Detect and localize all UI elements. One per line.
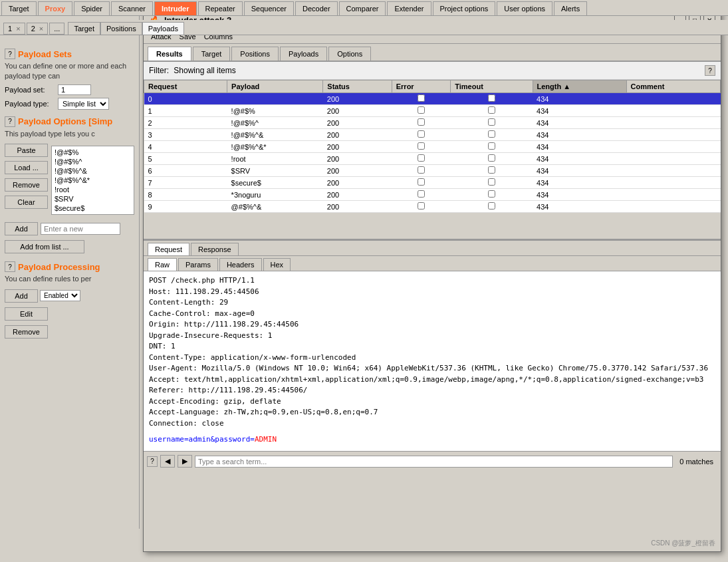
cell-length: 434	[533, 165, 626, 177]
cell-comment	[626, 129, 720, 141]
cell-comment	[626, 189, 720, 201]
table-row[interactable]: 7 $secure$ 200 434	[144, 177, 721, 189]
filter-label: Filter:	[149, 66, 169, 75]
table-row[interactable]: 5 !root 200 434	[144, 153, 721, 165]
payload-type-select[interactable]: Simple list	[58, 98, 109, 110]
payload-sets-help-icon[interactable]: ?	[5, 49, 15, 59]
col-payload[interactable]: Payload	[227, 80, 323, 93]
load-button[interactable]: Load ...	[5, 161, 48, 174]
clear-button[interactable]: Clear	[5, 196, 48, 209]
payload-options-help-icon[interactable]: ?	[5, 116, 15, 127]
table-row[interactable]: 0 200 434	[144, 93, 721, 105]
col-request[interactable]: Request	[144, 80, 227, 93]
left-panel: Target Proxy Spider Scanner Intruder Rep…	[0, 0, 140, 529]
tab-num-2[interactable]: 2 ×	[27, 23, 49, 35]
payload-set-input[interactable]	[58, 84, 91, 95]
table-row[interactable]: 4 !@#$%^&* 200 434	[144, 141, 721, 153]
processing-add-button[interactable]: Add	[5, 289, 38, 303]
cell-timeout[interactable]	[451, 189, 533, 201]
cell-error[interactable]	[392, 141, 451, 153]
tab-num-more[interactable]: ...	[49, 23, 64, 35]
table-row[interactable]: 3 !@#$%^& 200 434	[144, 129, 721, 141]
list-item: !@#$%^	[53, 157, 132, 166]
add-button[interactable]: Add	[5, 222, 38, 235]
cell-payload: @#$%^&	[227, 201, 323, 213]
sub-tab-target[interactable]: Target	[68, 22, 100, 35]
table-row[interactable]: 9 @#$%^& 200 434	[144, 201, 721, 213]
cell-error[interactable]	[392, 153, 451, 165]
cell-error[interactable]	[392, 165, 451, 177]
subtab-hex[interactable]: Hex	[263, 258, 291, 271]
table-row[interactable]: 6 $SRV 200 434	[144, 165, 721, 177]
cell-payload: $secure$	[227, 177, 323, 189]
cell-error[interactable]	[392, 129, 451, 141]
cell-error[interactable]	[392, 201, 451, 213]
tab-target[interactable]: Target	[1, 1, 37, 15]
bottom-section: Request Response Raw Params Headers Hex …	[144, 239, 721, 471]
tab-response[interactable]: Response	[191, 243, 239, 255]
cell-timeout[interactable]	[451, 153, 533, 165]
cell-timeout[interactable]	[451, 93, 533, 105]
modal-tab-results[interactable]: Results	[148, 47, 191, 61]
subtab-raw[interactable]: Raw	[148, 258, 177, 271]
cell-error[interactable]	[392, 117, 451, 129]
results-table-scroll[interactable]: Request Payload Status Error Timeout Len…	[144, 80, 721, 239]
request-content: POST /check.php HTTP/1.1Host: 111.198.29…	[144, 271, 721, 451]
subtab-params[interactable]: Params	[178, 258, 218, 271]
cell-timeout[interactable]	[451, 177, 533, 189]
watermark: CSDN @菠萝_橙留香	[651, 539, 715, 548]
table-row[interactable]: 2 !@#$%^ 200 434	[144, 117, 721, 129]
modal-tab-positions[interactable]: Positions	[231, 47, 279, 61]
processing-remove-button[interactable]: Remove	[5, 325, 48, 339]
payload-set-label: Payload set:	[5, 86, 55, 94]
col-status[interactable]: Status	[323, 80, 392, 93]
cell-error[interactable]	[392, 93, 451, 105]
request-line: Accept-Encoding: gzip, deflate	[149, 396, 715, 408]
close-tab-2-icon[interactable]: ×	[39, 25, 43, 33]
payload-processing-help-icon[interactable]: ?	[5, 261, 15, 272]
cell-error[interactable]	[392, 177, 451, 189]
cell-request: 5	[144, 153, 227, 165]
prev-button[interactable]: ◀	[160, 455, 175, 468]
paste-button[interactable]: Paste	[5, 144, 48, 157]
remove-button[interactable]: Remove	[5, 178, 48, 192]
cell-error[interactable]	[392, 189, 451, 201]
cell-request: 4	[144, 141, 227, 153]
processing-edit-button[interactable]: Edit	[5, 307, 48, 321]
tab-spider[interactable]: Spider	[74, 1, 110, 15]
search-input[interactable]	[195, 456, 673, 468]
subtab-headers[interactable]: Headers	[219, 258, 262, 271]
modal-tab-options[interactable]: Options	[328, 47, 371, 61]
col-length[interactable]: Length ▲	[533, 80, 626, 93]
request-body-line: username=admin&password=ADMIN	[149, 434, 715, 446]
tab-request[interactable]: Request	[148, 243, 189, 255]
filter-help-icon[interactable]: ?	[705, 65, 715, 76]
cell-timeout[interactable]	[451, 105, 533, 117]
add-input[interactable]	[41, 223, 120, 235]
table-row[interactable]: 1 !@#$% 200 434	[144, 105, 721, 117]
cell-timeout[interactable]	[451, 117, 533, 129]
cell-timeout[interactable]	[451, 201, 533, 213]
tab-proxy[interactable]: Proxy	[38, 1, 73, 15]
cell-timeout[interactable]	[451, 165, 533, 177]
col-comment[interactable]: Comment	[626, 80, 720, 93]
search-help-icon[interactable]: ?	[147, 456, 158, 467]
modal-tab-payloads[interactable]: Payloads	[280, 47, 327, 61]
payload-sets-title: Payload Sets	[18, 49, 72, 59]
col-timeout[interactable]: Timeout	[451, 80, 533, 93]
cell-error[interactable]	[392, 105, 451, 117]
enabled-select[interactable]: Enabled	[40, 290, 80, 301]
request-line: User-Agent: Mozilla/5.0 (Windows NT 10.0…	[149, 363, 715, 374]
col-error[interactable]: Error	[392, 80, 451, 93]
sub-tab-positions[interactable]: Positions	[100, 22, 140, 35]
tab-scanner[interactable]: Scanner	[111, 1, 140, 15]
next-button[interactable]: ▶	[178, 455, 192, 468]
cell-timeout[interactable]	[451, 141, 533, 153]
list-item: !@#$%^&*	[53, 176, 132, 185]
table-row[interactable]: 8 *3noguru 200 434	[144, 189, 721, 201]
modal-tab-target[interactable]: Target	[193, 47, 231, 61]
add-from-list-button[interactable]: Add from list ...	[5, 240, 84, 253]
tab-num-1[interactable]: 1 ×	[3, 23, 25, 35]
close-tab-1-icon[interactable]: ×	[16, 25, 20, 33]
cell-timeout[interactable]	[451, 129, 533, 141]
